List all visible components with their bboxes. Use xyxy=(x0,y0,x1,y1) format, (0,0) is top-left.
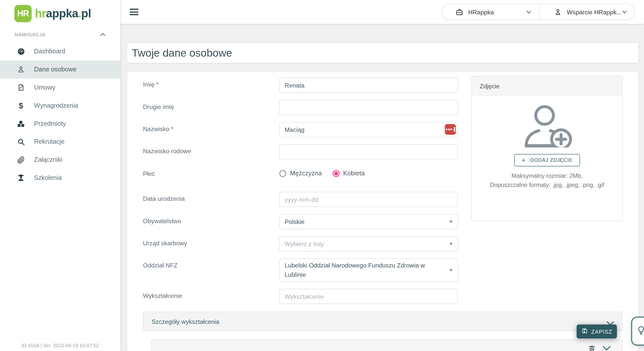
sidebar-item-umowy[interactable]: Umowy xyxy=(0,79,120,97)
sidebar-item-dashboard[interactable]: Dashboard xyxy=(0,42,120,60)
chevron-down-icon xyxy=(527,11,531,13)
sidebar-item-label: Rekrutacje xyxy=(34,138,65,145)
data-urodzenia-input[interactable] xyxy=(279,192,458,207)
lightbulb-icon xyxy=(636,325,644,337)
chevron-down-icon[interactable] xyxy=(602,346,611,351)
radio-label: Kobieta xyxy=(343,170,365,177)
sidebar-item-label: Szkolenia xyxy=(34,174,62,181)
radio-unchecked-icon[interactable] xyxy=(279,170,286,177)
education-details-accordion[interactable]: Szczegóły wykształcenia xyxy=(143,311,623,331)
nazwisko-input-wrap xyxy=(279,122,458,137)
caret-down-icon xyxy=(449,220,453,223)
oddzial-nfz-select[interactable]: Lubelski Oddział Narodowego Funduszu Zdr… xyxy=(279,258,458,282)
field-label: Data urodzenia xyxy=(143,192,279,207)
sidebar-item-label: Dane osobowe xyxy=(34,66,77,73)
field-label: Płeć xyxy=(143,170,279,177)
select-placeholder: Wybierz z listy xyxy=(285,240,324,247)
chevron-down-icon xyxy=(622,11,627,13)
main-area: HRappka Wsparcie HRappk... xyxy=(120,0,644,351)
radio-kobieta[interactable]: Kobieta xyxy=(333,170,365,177)
form-row-oddzial-nfz: Oddział NFZ Lubelski Oddział Narodowego … xyxy=(143,258,623,282)
person-icon xyxy=(554,8,562,16)
field-label: Nazwisko * xyxy=(143,122,279,137)
chevron-up-icon[interactable] xyxy=(100,33,105,36)
company-dropdown[interactable]: HRappka xyxy=(442,4,539,20)
field-label: Urząd skarbowy xyxy=(143,236,279,251)
field-label: Imię * xyxy=(143,78,279,93)
field-label: Oddział NFZ xyxy=(143,258,279,282)
dashboard-icon xyxy=(16,48,25,55)
form-row-wyksztalcenie: Wykształcenie xyxy=(143,289,623,304)
version-info: ID 416A | Ver. 2023-04-19 10:47:52 xyxy=(0,343,120,348)
graduate-icon xyxy=(16,174,25,182)
user-dropdown-label: Wsparcie HRappk... xyxy=(567,8,622,15)
wyksztalcenie-input[interactable] xyxy=(279,289,458,304)
urzad-skarbowy-select[interactable]: Wybierz z listy xyxy=(279,236,458,251)
avatar-placeholder-icon xyxy=(520,105,574,149)
drugie-imie-input[interactable] xyxy=(279,100,458,115)
field-label: Nazwisko rodowe xyxy=(143,144,279,159)
user-dropdown[interactable]: Wsparcie HRappk... xyxy=(540,4,634,20)
page-title-card: Twoje dane osobowe xyxy=(127,43,638,63)
photo-max-size: Maksymalny rozmiar: 2Mb, xyxy=(490,172,604,181)
sidebar-item-rekrutacje[interactable]: Rekrutacje xyxy=(0,133,120,151)
add-photo-button[interactable]: + DODAJ ZDJĘCIE xyxy=(514,154,580,166)
caret-down-icon xyxy=(449,269,453,271)
logo-icon-text: HR xyxy=(17,9,29,18)
radio-mezczyzna[interactable]: Mężczyzna xyxy=(279,170,322,177)
accordion-header-label: Szczegóły wykształcenia xyxy=(151,318,219,325)
search-icon xyxy=(16,138,25,146)
education-entry-card xyxy=(151,339,623,351)
sidebar-item-label: Wynagrodzenia xyxy=(34,102,78,109)
sidebar-item-przedmioty[interactable]: Przedmioty xyxy=(0,115,120,133)
radio-label: Mężczyzna xyxy=(290,170,322,177)
sidebar-item-label: Umowy xyxy=(34,84,55,91)
photo-panel-header: Zdjęcie xyxy=(472,76,622,96)
logo[interactable]: HR hrappka.pl xyxy=(0,0,120,22)
field-label: Drugie imię xyxy=(143,100,279,115)
company-dropdown-label: HRappka xyxy=(468,8,494,15)
sidebar: HR hrappka.pl NAWIGACJA Dashboard Dane o… xyxy=(0,0,120,351)
nazwisko-rodowe-input[interactable] xyxy=(279,144,458,159)
nav-section-header: NAWIGACJA xyxy=(0,32,120,37)
sidebar-item-wynagrodzenia[interactable]: $ Wynagrodzenia xyxy=(0,97,120,115)
logo-hr-icon: HR xyxy=(14,5,32,22)
sidebar-item-label: Przedmioty xyxy=(34,120,66,127)
logo-text: hrappka.pl xyxy=(35,7,91,20)
personal-data-form: Imię * Drugie imię Nazwisko * xyxy=(127,72,638,351)
topbar-menus: HRappka Wsparcie HRappk... xyxy=(441,4,634,20)
sidebar-item-szkolenia[interactable]: Szkolenia xyxy=(0,169,120,187)
save-button-label: ZAPISZ xyxy=(591,328,612,334)
nazwisko-input[interactable] xyxy=(279,122,458,137)
radio-checked-icon[interactable] xyxy=(333,170,340,177)
briefcase-icon xyxy=(456,8,463,16)
select-value: Polskie xyxy=(285,218,304,225)
menu-toggle-button[interactable] xyxy=(130,9,138,15)
app-viewport: HR hrappka.pl NAWIGACJA Dashboard Dane o… xyxy=(0,0,644,351)
trash-icon[interactable] xyxy=(587,345,596,351)
sidebar-item-label: Załączniki xyxy=(34,156,63,163)
gender-radio-group: Mężczyzna Kobieta xyxy=(279,170,365,177)
field-label: Obywatelstwo xyxy=(143,214,279,229)
help-bulb-button[interactable] xyxy=(631,317,644,345)
content-area: Twoje dane osobowe Imię * Drugie imię Na… xyxy=(120,24,644,351)
photo-requirements: Maksymalny rozmiar: 2Mb, Dopuszczalne fo… xyxy=(490,172,604,189)
sidebar-item-label: Dashboard xyxy=(34,48,65,55)
paperclip-icon xyxy=(16,156,25,164)
form-row-urzad-skarbowy: Urząd skarbowy Wybierz z listy xyxy=(143,236,623,251)
photo-panel: Zdjęcie xyxy=(471,76,623,221)
sidebar-item-dane-osobowe[interactable]: Dane osobowe xyxy=(0,60,120,79)
sidebar-item-zalaczniki[interactable]: Załączniki xyxy=(0,151,120,169)
lastpass-autofill-icon[interactable] xyxy=(445,124,456,135)
save-floppy-icon xyxy=(581,328,587,335)
cubes-icon xyxy=(16,120,25,128)
contract-icon xyxy=(16,83,25,92)
plus-icon: + xyxy=(522,157,526,164)
page-title: Twoje dane osobowe xyxy=(132,47,232,59)
save-button[interactable]: ZAPISZ xyxy=(577,325,617,339)
topbar: HRappka Wsparcie HRappk... xyxy=(120,0,644,24)
obywatelstwo-select[interactable]: Polskie xyxy=(279,214,458,229)
imie-input[interactable] xyxy=(279,78,458,93)
nav-section-label: NAWIGACJA xyxy=(15,32,46,37)
photo-panel-body: + DODAJ ZDJĘCIE Maksymalny rozmiar: 2Mb,… xyxy=(472,96,622,189)
